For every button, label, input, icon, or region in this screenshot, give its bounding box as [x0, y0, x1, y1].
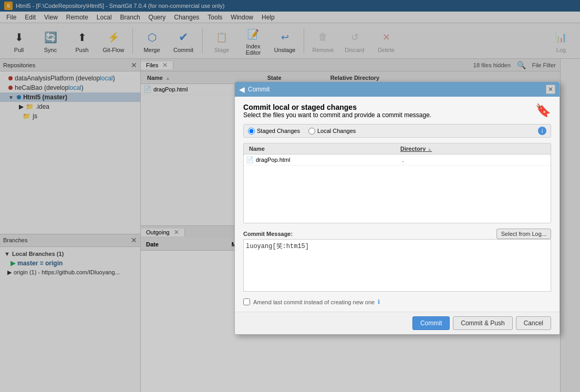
radio-staged-label: Staged Changes — [257, 128, 300, 134]
commit-action-button[interactable]: Commit — [412, 316, 450, 330]
modal-btn-row: Commit Commit & Push Cancel — [235, 312, 560, 334]
col-dir-sort: ▲ — [427, 147, 432, 152]
modal-col-dir-label: Directory — [400, 146, 426, 152]
radio-info-button[interactable]: i — [538, 127, 546, 135]
modal-title-icon: ◀ — [239, 85, 245, 94]
cancel-label: Cancel — [524, 319, 543, 327]
modal-close-icon: ✕ — [548, 86, 553, 93]
modal-title-text: Commit — [248, 86, 270, 93]
commit-push-label: Commit & Push — [461, 319, 504, 327]
commit-action-label: Commit — [420, 319, 442, 327]
commit-msg-label: Commit Message: — [243, 231, 293, 237]
amend-checkbox[interactable] — [243, 298, 250, 305]
modal-overlay: ◀ Commit ✕ Commit local or staged change… — [0, 0, 580, 392]
modal-header-subtitle: Select the files you want to commit and … — [243, 111, 530, 119]
commit-message-section: Commit Message: Select from Log... — [243, 229, 551, 293]
commit-message-input[interactable] — [243, 239, 551, 292]
modal-header-title: Commit local or staged changes — [243, 103, 530, 111]
commit-modal: ◀ Commit ✕ Commit local or staged change… — [234, 81, 560, 335]
modal-file-dir: . — [402, 157, 549, 163]
radio-local-label: Local Changes — [317, 128, 356, 134]
commit-msg-row: Commit Message: Select from Log... — [243, 229, 551, 239]
modal-table-header: Name Directory ▲ — [244, 143, 551, 154]
modal-file-name: dragPop.html — [256, 157, 402, 163]
amend-info-icon[interactable]: ℹ — [378, 298, 380, 305]
cancel-button[interactable]: Cancel — [516, 316, 551, 330]
radio-group: Staged Changes Local Changes i — [243, 124, 551, 138]
amend-label: Amend last commit instead of creating ne… — [253, 299, 375, 305]
modal-close-button[interactable]: ✕ — [546, 85, 555, 94]
modal-body: Commit local or staged changes Select th… — [235, 97, 560, 312]
modal-files-table: Name Directory ▲ 📄 dragPop.html . — [243, 143, 551, 223]
modal-col-name: Name — [246, 145, 397, 153]
modal-title-bar: ◀ Commit ✕ — [235, 82, 560, 97]
modal-header-content: Commit local or staged changes Select th… — [243, 103, 530, 119]
radio-staged[interactable]: Staged Changes — [248, 128, 300, 135]
commit-push-button[interactable]: Commit & Push — [453, 316, 512, 330]
radio-local-input[interactable] — [308, 128, 315, 135]
select-from-log-button[interactable]: Select from Log... — [496, 229, 551, 239]
modal-col-dir: Directory ▲ — [397, 145, 548, 153]
select-from-log-label: Select from Log... — [501, 231, 546, 237]
modal-scroll-area — [244, 166, 551, 218]
modal-table-body: 📄 dragPop.html . — [244, 154, 551, 223]
modal-file-row-dragpop[interactable]: 📄 dragPop.html . — [244, 154, 551, 166]
bookmark-icon: 🔖 — [535, 103, 551, 118]
radio-local[interactable]: Local Changes — [308, 128, 356, 135]
amend-row: Amend last commit instead of creating ne… — [243, 298, 551, 305]
modal-file-icon: 📄 — [246, 156, 254, 163]
modal-header-section: Commit local or staged changes Select th… — [243, 103, 551, 119]
radio-staged-input[interactable] — [248, 128, 255, 135]
